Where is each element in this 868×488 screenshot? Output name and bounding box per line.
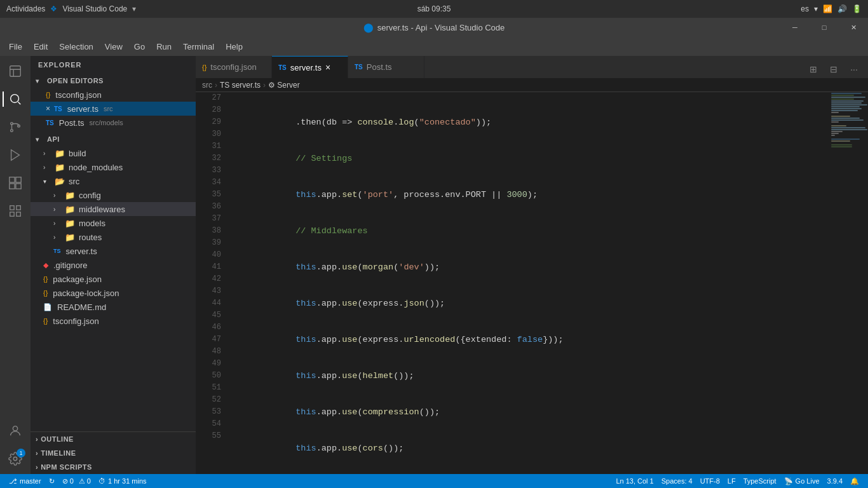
split-editor-button[interactable]: ⊞: [804, 60, 822, 78]
folder-routes[interactable]: › 📁 routes: [31, 230, 196, 244]
menu-help[interactable]: Help: [220, 39, 248, 54]
tab-tsconfig[interactable]: {} tsconfig.json: [196, 56, 272, 78]
tab-server-ts[interactable]: TS server.ts ×: [272, 56, 348, 78]
menu-file[interactable]: File: [4, 39, 27, 54]
ts-icon-post: TS: [46, 119, 54, 126]
folder-build[interactable]: › 📁 build: [31, 146, 196, 160]
menu-go[interactable]: Go: [129, 39, 150, 54]
folder-node-modules[interactable]: › 📁 node_modules: [31, 160, 196, 174]
encoding-indicator[interactable]: UTF-8: [696, 474, 724, 488]
file-package-lock-json[interactable]: {} package-lock.json: [31, 286, 196, 300]
tab-post-ts[interactable]: TS Post.ts: [348, 56, 424, 78]
code-editor[interactable]: 27 28 29 30 31 32 33 34 35 36 37 38 39 4…: [196, 92, 868, 474]
outline-section[interactable]: › OUTLINE: [31, 432, 196, 446]
menu-edit[interactable]: Edit: [29, 39, 53, 54]
api-header[interactable]: ▾ API: [31, 132, 196, 146]
folder-src[interactable]: ▾ 📂 src: [31, 174, 196, 188]
file-gitignore[interactable]: ◆ .gitignore: [31, 258, 196, 272]
close-editor-icon[interactable]: ×: [46, 104, 50, 113]
tab-actions: ⊞ ⊟ ···: [799, 60, 868, 78]
sidebar-header: EXPLORER: [31, 56, 196, 74]
folder-models-label: models: [79, 219, 105, 228]
language-indicator[interactable]: es: [801, 4, 809, 13]
activity-explorer[interactable]: [3, 58, 28, 84]
language-indicator[interactable]: TypeScript: [740, 474, 780, 488]
activity-extra[interactable]: [3, 198, 28, 224]
tab-server-ts-close[interactable]: ×: [325, 62, 330, 72]
open-editor-post-ts[interactable]: TS Post.ts src/models: [31, 116, 196, 130]
activity-account[interactable]: [3, 418, 28, 444]
activity-extensions[interactable]: [3, 170, 28, 196]
open-editors-header[interactable]: ▾ OPEN EDITORS: [31, 74, 196, 88]
folder-routes-label: routes: [79, 233, 102, 242]
more-actions-button[interactable]: ···: [845, 60, 863, 78]
spaces-indicator[interactable]: Spaces: 4: [658, 474, 696, 488]
models-chevron: ›: [53, 220, 62, 227]
branch-indicator[interactable]: ⎇ master: [5, 474, 45, 488]
menu-view[interactable]: View: [100, 39, 128, 54]
line-39: 39: [196, 237, 221, 249]
open-editor-server-label: server.ts: [67, 104, 98, 114]
file-package-json-label: package.json: [53, 274, 102, 284]
close-button[interactable]: ✕: [839, 18, 868, 37]
warnings-label: ⚠ 0: [79, 477, 91, 485]
maximize-button[interactable]: □: [810, 18, 839, 37]
breadcrumb-sep1: ›: [215, 81, 217, 90]
encoding-label: UTF-8: [700, 477, 720, 485]
title-vscode-logo: ⬤: [363, 22, 374, 32]
npm-label: NPM SCRIPTS: [41, 463, 92, 471]
activity-settings[interactable]: 1: [3, 446, 28, 471]
notification-bell[interactable]: 🔔: [846, 474, 863, 488]
file-package-json[interactable]: {} package.json: [31, 272, 196, 286]
activity-run-debug[interactable]: [3, 142, 28, 168]
menu-terminal[interactable]: Terminal: [178, 39, 219, 54]
minimize-button[interactable]: ─: [780, 18, 810, 37]
line-44: 44: [196, 297, 221, 309]
activity-source-control[interactable]: [3, 114, 28, 140]
line-ending-indicator[interactable]: LF: [724, 474, 740, 488]
time-label: 1 hr 31 mins: [108, 477, 147, 485]
errors-indicator[interactable]: ⊘ 0 ⚠ 0: [58, 474, 95, 488]
folder-config[interactable]: › 📁 config: [31, 188, 196, 202]
file-tsconfig[interactable]: {} tsconfig.json: [31, 314, 196, 328]
breadcrumb-src[interactable]: src: [202, 81, 212, 90]
file-server-ts[interactable]: TS server.ts: [31, 244, 196, 258]
npm-scripts-section[interactable]: › NPM SCRIPTS: [31, 460, 196, 474]
line-42: 42: [196, 273, 221, 285]
activity-search[interactable]: [3, 86, 28, 112]
file-readme[interactable]: 📄 README.md: [31, 300, 196, 314]
src-chevron: ▾: [43, 178, 52, 185]
system-bar: Actividades ❖ Visual Studio Code ▾ sáb 0…: [0, 0, 868, 18]
line-col-indicator[interactable]: Ln 13, Col 1: [612, 474, 657, 488]
outline-chevron: ›: [36, 435, 38, 443]
breadcrumb-server-class[interactable]: ⚙ Server: [268, 81, 300, 90]
tab-tsconfig-label: tsconfig.json: [210, 62, 256, 72]
app-name-label[interactable]: Visual Studio Code: [62, 4, 127, 13]
folder-middlewares[interactable]: › 📁 middlewares: [31, 202, 196, 216]
time-indicator[interactable]: ⏱ 1 hr 31 mins: [95, 474, 151, 488]
timeline-section[interactable]: › TIMELINE: [31, 446, 196, 460]
code-content[interactable]: .then(db => console.log("conectado")); /…: [226, 92, 830, 474]
open-editor-tsconfig[interactable]: {} tsconfig.json: [31, 88, 196, 102]
breadcrumb: src › TS server.ts › ⚙ Server: [196, 78, 868, 92]
svg-rect-7: [16, 177, 21, 182]
folder-models[interactable]: › 📁 models: [31, 216, 196, 230]
folder-src-label: src: [69, 177, 79, 186]
menu-selection[interactable]: Selection: [54, 39, 98, 54]
branch-icon: ⎇: [9, 477, 17, 485]
extension-version[interactable]: 3.9.4: [824, 474, 846, 488]
breadcrumb-ts-server[interactable]: TS server.ts: [220, 81, 261, 90]
sync-button[interactable]: ↻: [45, 474, 58, 488]
file-readme-label: README.md: [57, 302, 106, 312]
vscode-logo: ❖: [50, 4, 57, 13]
line-43: 43: [196, 285, 221, 297]
line-30: 30: [196, 128, 221, 140]
sync-icon: ↻: [49, 477, 55, 485]
golive-button[interactable]: 📡 Go Live: [780, 474, 824, 488]
activities-label[interactable]: Actividades: [6, 4, 45, 13]
npm-chevron: ›: [36, 463, 38, 471]
menu-run[interactable]: Run: [151, 39, 177, 54]
wifi-icon: 📶: [823, 4, 832, 13]
editor-layout-button[interactable]: ⊟: [825, 60, 843, 78]
open-editor-server-ts[interactable]: × TS server.ts src: [31, 102, 196, 116]
